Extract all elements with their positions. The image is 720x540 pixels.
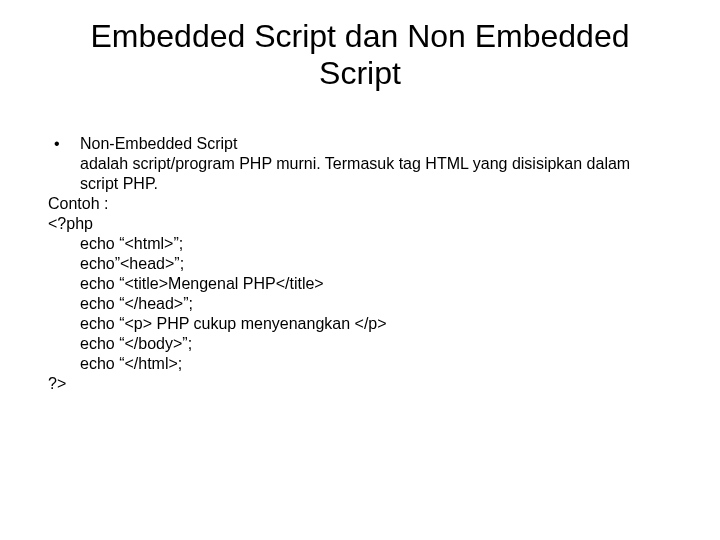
bullet-content: Non-Embedded Script adalah script/progra… [80,134,672,194]
line-contoh: Contoh : [48,194,672,214]
bullet-heading: Non-Embedded Script [80,134,672,154]
bullet-marker: • [48,134,80,194]
bullet-item: • Non-Embedded Script adalah script/prog… [48,134,672,194]
line-code-5: echo “<p> PHP cukup menyenangkan </p> [48,314,672,334]
line-code-1: echo “<html>”; [48,234,672,254]
line-code-6: echo “</body>”; [48,334,672,354]
line-code-2: echo”<head>”; [48,254,672,274]
line-php-open: <?php [48,214,672,234]
bullet-desc: adalah script/program PHP murni. Termasu… [80,154,672,194]
line-code-3: echo “<title>Mengenal PHP</title> [48,274,672,294]
slide-body: • Non-Embedded Script adalah script/prog… [48,134,672,394]
slide-title: Embedded Script dan Non Embedded Script [48,18,672,92]
line-code-4: echo “</head>”; [48,294,672,314]
line-code-7: echo “</html>; [48,354,672,374]
line-php-close: ?> [48,374,672,394]
slide: Embedded Script dan Non Embedded Script … [0,0,720,394]
